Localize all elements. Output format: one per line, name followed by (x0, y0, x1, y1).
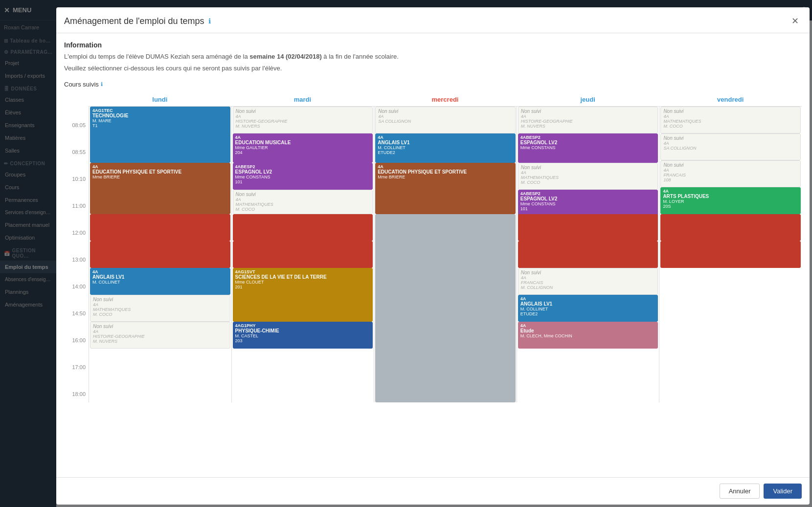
time-0855: 08:55 (64, 149, 89, 176)
non-suivi-vendredi-1010[interactable]: Non suivi 4A FRANCAIS 108 (660, 160, 801, 187)
course-mardi-red1[interactable] (233, 214, 373, 241)
info-text: L'emploi du temps de l'élève DUMAS Kezia… (64, 52, 802, 62)
modal-title: Aménagement de l'emploi du temps ℹ (64, 16, 211, 26)
non-suivi-mardi-0805[interactable]: Non suivi 4A HISTOIRE-GEOGRAPHIE M. NUVE… (233, 107, 373, 133)
time-1700: 17:00 (64, 364, 89, 391)
header-lundi: lundi (89, 93, 231, 106)
calendar-container: 08:05 08:55 10:10 11:00 12:00 13:00 14:0… (64, 93, 802, 418)
days-header: lundi mardi mercredi jeudi vendredi (89, 93, 802, 106)
info-title: Information (64, 41, 802, 49)
course-mardi-espagnol[interactable]: 4ABESP2 ESPAGNOL LV2 Mme CONSTANS 101 (233, 163, 373, 190)
day-vendredi: Non suivi 4A MATHEMATIQUES M. COCO Non s… (659, 107, 802, 402)
modal-close-button[interactable]: ✕ (788, 14, 802, 28)
header-vendredi: vendredi (659, 93, 802, 106)
course-jeudi-red1[interactable] (518, 214, 658, 241)
time-1010: 10:10 (64, 176, 89, 203)
non-suivi-lundi-1450[interactable]: Non suivi 4A MATHEMATIQUES M. COCO (90, 295, 230, 322)
non-suivi-mercredi-0805[interactable]: Non suivi 4A SA COLLIGNON (375, 107, 516, 133)
day-mercredi: Non suivi 4A SA COLLIGNON 4A ANGLAIS LV1… (374, 107, 517, 402)
course-jeudi-red2[interactable] (518, 241, 658, 268)
course-mercredi-anglais[interactable]: 4A ANGLAIS LV1 M. COLLINET ETUDE2 (375, 133, 516, 163)
non-suivi-mardi-1100[interactable]: Non suivi 4A MATHEMATIQUES M. COCO (233, 190, 373, 214)
header-mardi: mardi (231, 93, 374, 106)
course-lundi-anglais[interactable]: 4A ANGLAIS LV1 M. COLLINET (90, 268, 230, 295)
course-mercredi-eps[interactable]: 4A EDUCATION PHYSIQUE ET SPORTIVE Mme BR… (375, 163, 516, 214)
cours-suivis-label: Cours suivis ℹ (64, 81, 802, 88)
cours-suivis-help-icon[interactable]: ℹ (101, 81, 103, 88)
time-column: 08:05 08:55 10:10 11:00 12:00 13:00 14:0… (64, 93, 89, 418)
course-lundi-red1[interactable] (90, 214, 230, 241)
course-vendredi-red2[interactable] (660, 241, 801, 268)
modal-help-icon[interactable]: ℹ (208, 17, 211, 25)
course-vendredi-arts[interactable]: 4A ARTS PLASTIQUES M. LOYER 20S (660, 187, 801, 214)
validate-button[interactable]: Valider (764, 484, 802, 499)
non-suivi-vendredi-0805[interactable]: Non suivi 4A MATHEMATIQUES M. COCO (660, 107, 801, 133)
non-suivi-vendredi-0855[interactable]: Non suivi 4A SA COLLIGNON (660, 133, 801, 160)
time-1450: 14:50 (64, 310, 89, 337)
days-grid: lundi mardi mercredi jeudi vendredi 4AG1… (89, 93, 802, 418)
course-lundi-red2[interactable] (90, 241, 230, 268)
day-jeudi: Non suivi 4A HISTOIRE-GEOGRAPHIE M. NUVE… (517, 107, 659, 402)
course-jeudi-espagnol2[interactable]: 4ABESP2 ESPAGNOL LV2 Mme CONSTANS 101 (518, 190, 658, 217)
time-1200: 12:00 (64, 230, 89, 257)
time-1100: 11:00 (64, 203, 89, 230)
modal-footer: Annuler Valider (56, 477, 810, 505)
header-jeudi: jeudi (517, 93, 659, 106)
info-instruction: Veuillez sélectionner ci-dessous les cou… (64, 64, 802, 73)
course-jeudi-espagnol1[interactable]: 4ABESP2 ESPAGNOL LV2 Mme CONSTANS (518, 133, 658, 163)
grid-body: 4AG1TEC TECHNOLOGIE M. MARE T1 4A EDUCAT… (89, 106, 802, 402)
day-mardi: Non suivi 4A HISTOIRE-GEOGRAPHIE M. NUVE… (231, 107, 374, 402)
time-1300: 13:00 (64, 257, 89, 284)
mercredi-absent-block (375, 214, 516, 402)
course-lundi-technologie[interactable]: 4AG1TEC TECHNOLOGIE M. MARE T1 (90, 107, 230, 163)
course-jeudi-anglais[interactable]: 4A ANGLAIS LV1 M. COLLINET ETUDE2 (518, 295, 658, 322)
course-mardi-musique[interactable]: 4A EDUCATION MUSICALE Mme GAULTIER 204 (233, 133, 373, 163)
course-lundi-eps[interactable]: 4A EDUCATION PHYSIQUE ET SPORTIVE Mme BR… (90, 163, 230, 214)
info-box: Information L'emploi du temps de l'élève… (64, 41, 802, 73)
cancel-button[interactable]: Annuler (720, 484, 760, 499)
non-suivi-jeudi-1400[interactable]: Non suivi 4A FRANCAIS M. COLLIGNON (518, 268, 658, 295)
time-1800: 18:00 (64, 391, 89, 418)
course-mardi-svt[interactable]: 4AG1SVT SCIENCES DE LA VIE ET DE LA TERR… (233, 268, 373, 322)
course-mardi-physique[interactable]: 4AG1PHY PHYSIQUE-CHIMIE M. CASTEL 203 (233, 322, 373, 349)
time-1400: 14:00 (64, 284, 89, 310)
header-mercredi: mercredi (374, 93, 517, 106)
time-1600: 16:00 (64, 337, 89, 364)
modal: Aménagement de l'emploi du temps ℹ ✕ Inf… (56, 7, 810, 505)
day-lundi: 4AG1TEC TECHNOLOGIE M. MARE T1 4A EDUCAT… (89, 107, 231, 402)
modal-header: Aménagement de l'emploi du temps ℹ ✕ (56, 7, 810, 33)
course-jeudi-etude[interactable]: 4A Etude M. CLECH, Mme COCHIN (518, 322, 658, 349)
non-suivi-jeudi-0805[interactable]: Non suivi 4A HISTOIRE-GEOGRAPHIE M. NUVE… (518, 107, 658, 133)
non-suivi-jeudi-1010[interactable]: Non suivi 4A MATHEMATIQUES M. COCO (518, 163, 658, 190)
course-mardi-red2[interactable] (233, 241, 373, 268)
time-0805: 08:05 (64, 122, 89, 149)
modal-body: Information L'emploi du temps de l'élève… (56, 33, 810, 477)
course-vendredi-red1[interactable] (660, 214, 801, 241)
non-suivi-lundi-1600[interactable]: Non suivi 4A HISTOIRE-GEOGRAPHIE M. NUVE… (90, 322, 230, 349)
